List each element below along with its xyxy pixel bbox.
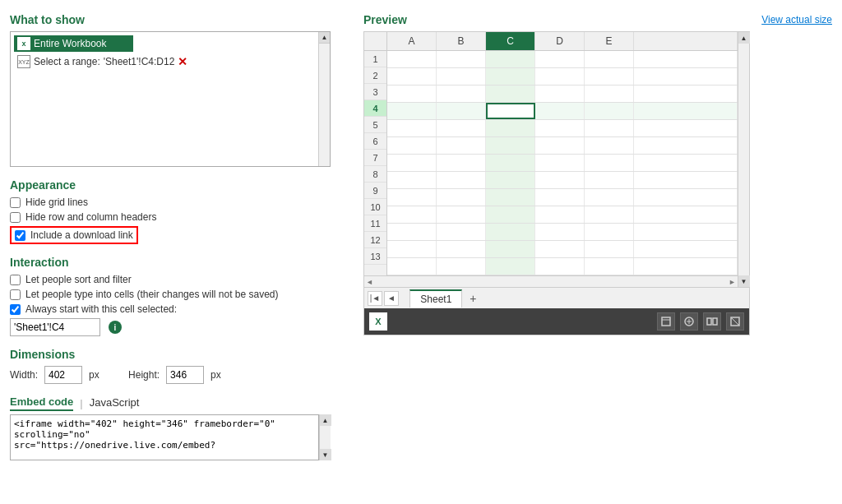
embed-scroll-down[interactable]: ▼	[320, 449, 331, 460]
cell-D2[interactable]	[535, 68, 585, 85]
cell-D8[interactable]	[535, 172, 585, 188]
cell-C7[interactable]	[486, 155, 535, 171]
cell-A2[interactable]	[387, 68, 437, 85]
hide-gridlines-checkbox[interactable]	[10, 197, 21, 208]
tab-nav-prev[interactable]: ◄	[384, 291, 399, 306]
cell-A11[interactable]	[387, 224, 437, 240]
h-scroll-right-arrow[interactable]: ►	[729, 278, 736, 286]
cell-C1[interactable]	[486, 51, 535, 67]
cell-D7[interactable]	[535, 155, 585, 171]
cell-A12[interactable]	[387, 241, 437, 257]
workbook-item[interactable]: x Entire Workbook	[14, 35, 133, 52]
cell-B13[interactable]	[437, 258, 486, 275]
cell-C2[interactable]	[486, 68, 535, 85]
toolbar-icon-1[interactable]	[657, 312, 675, 331]
cell-A1[interactable]	[387, 51, 437, 67]
cell-D6[interactable]	[535, 137, 585, 154]
embed-scroll-up[interactable]: ▲	[320, 414, 331, 426]
info-icon[interactable]: i	[109, 321, 122, 334]
cell-A7[interactable]	[387, 155, 437, 171]
cell-D10[interactable]	[535, 206, 585, 223]
sheet1-tab[interactable]: Sheet1	[409, 289, 462, 307]
cell-E9[interactable]	[585, 189, 634, 206]
cell-C13[interactable]	[486, 258, 535, 275]
v-scroll-up-arrow[interactable]: ▲	[738, 32, 750, 44]
cell-C10[interactable]	[486, 206, 535, 223]
horizontal-scrollbar[interactable]: ◄ ►	[364, 275, 738, 287]
width-input[interactable]	[44, 366, 82, 384]
cell-C8[interactable]	[486, 172, 535, 188]
cell-B3[interactable]	[437, 86, 486, 102]
embed-code-textarea[interactable]	[10, 414, 319, 460]
cell-C4-selected[interactable]	[486, 103, 535, 119]
cell-A10[interactable]	[387, 206, 437, 223]
cell-C3[interactable]	[486, 86, 535, 102]
download-link-checkbox[interactable]	[15, 230, 25, 241]
cell-E6[interactable]	[585, 137, 634, 154]
cell-B11[interactable]	[437, 224, 486, 240]
scroll-up-arrow[interactable]: ▲	[319, 32, 331, 44]
cell-E1[interactable]	[585, 51, 634, 67]
cell-B10[interactable]	[437, 206, 486, 223]
cell-A13[interactable]	[387, 258, 437, 275]
type-cells-checkbox[interactable]	[10, 289, 21, 300]
range-clear-button[interactable]: ✕	[178, 55, 187, 68]
embed-scrollbar[interactable]: ▲ ▼	[319, 414, 331, 460]
cell-C11[interactable]	[486, 224, 535, 240]
v-scroll-down-arrow[interactable]: ▼	[738, 275, 750, 287]
cell-B1[interactable]	[437, 51, 486, 67]
cell-E2[interactable]	[585, 68, 634, 85]
cell-A3[interactable]	[387, 86, 437, 102]
cell-B7[interactable]	[437, 155, 486, 171]
cell-E5[interactable]	[585, 120, 634, 136]
tab-nav-first[interactable]: |◄	[368, 291, 382, 306]
cell-B8[interactable]	[437, 172, 486, 188]
cell-E4[interactable]	[585, 103, 634, 119]
toolbar-icon-3[interactable]	[703, 312, 721, 331]
cell-E11[interactable]	[585, 224, 634, 240]
cell-B12[interactable]	[437, 241, 486, 257]
hide-headers-checkbox[interactable]	[10, 212, 21, 223]
cell-D1[interactable]	[535, 51, 585, 67]
cell-C5[interactable]	[486, 120, 535, 136]
cell-B2[interactable]	[437, 68, 486, 85]
toolbar-icon-4[interactable]	[726, 312, 744, 331]
cell-A5[interactable]	[387, 120, 437, 136]
cell-D13[interactable]	[535, 258, 585, 275]
view-actual-size-link[interactable]: View actual size	[761, 14, 832, 25]
cell-C12[interactable]	[486, 241, 535, 257]
h-scroll-left-arrow[interactable]: ◄	[366, 278, 373, 286]
cell-E3[interactable]	[585, 86, 634, 102]
cell-B9[interactable]	[437, 189, 486, 206]
cell-E10[interactable]	[585, 206, 634, 223]
height-input[interactable]	[166, 366, 204, 384]
cell-C9[interactable]	[486, 189, 535, 206]
cell-D9[interactable]	[535, 189, 585, 206]
cell-B6[interactable]	[437, 137, 486, 154]
sort-filter-checkbox[interactable]	[10, 275, 21, 285]
cell-E8[interactable]	[585, 172, 634, 188]
cell-B5[interactable]	[437, 120, 486, 136]
what-to-show-scrollbar[interactable]: ▲	[318, 32, 330, 166]
embed-code-tab[interactable]: Embed code	[10, 395, 73, 411]
cell-C6[interactable]	[486, 137, 535, 154]
cell-E12[interactable]	[585, 241, 634, 257]
cell-D12[interactable]	[535, 241, 585, 257]
start-cell-checkbox[interactable]	[10, 304, 21, 315]
cell-E7[interactable]	[585, 155, 634, 171]
javascript-tab[interactable]: JavaScript	[90, 396, 140, 410]
toolbar-icon-2[interactable]	[680, 312, 698, 331]
cell-A6[interactable]	[387, 137, 437, 154]
cell-A4[interactable]	[387, 103, 437, 119]
cell-D3[interactable]	[535, 86, 585, 102]
add-sheet-button[interactable]: +	[465, 291, 480, 306]
vertical-scrollbar[interactable]: ▲ ▼	[738, 32, 749, 287]
cell-B4[interactable]	[437, 103, 486, 119]
cell-D11[interactable]	[535, 224, 585, 240]
cell-E13[interactable]	[585, 258, 634, 275]
cell-D4[interactable]	[535, 103, 585, 119]
cell-D5[interactable]	[535, 120, 585, 136]
start-cell-input[interactable]	[10, 318, 100, 336]
cell-A8[interactable]	[387, 172, 437, 188]
cell-A9[interactable]	[387, 189, 437, 206]
